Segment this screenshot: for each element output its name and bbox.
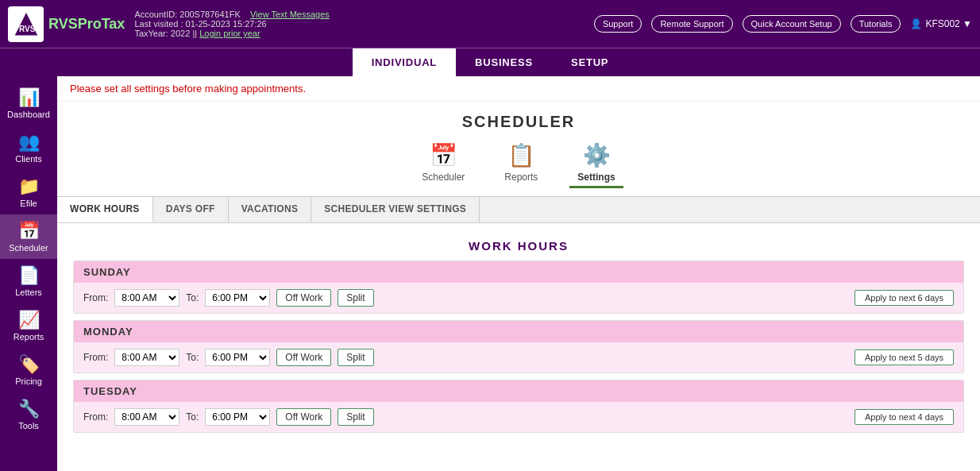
sunday-apply-button[interactable]: Apply to next 6 days bbox=[855, 290, 954, 306]
tax-year-value: 2022 bbox=[171, 29, 190, 38]
monday-from-select[interactable]: 6:00 AM6:30 AM7:00 AM7:30 AM8:00 AM8:30 … bbox=[114, 349, 179, 366]
app-layout: 📊 Dashboard 👥 Clients 📁 Efile 📅 Schedule… bbox=[0, 76, 980, 471]
tax-year-label: TaxYear: bbox=[134, 29, 168, 38]
sidebar-item-letters[interactable]: 📄 Letters bbox=[0, 259, 57, 303]
pricing-icon: 🏷️ bbox=[18, 354, 40, 375]
tuesday-header: TUESDAY bbox=[74, 380, 963, 402]
sunday-from-label: From: bbox=[83, 292, 108, 303]
last-visited-row: Last visited : 01-25-2023 15:27:26 bbox=[134, 19, 584, 29]
tax-year-row: TaxYear: 2022 || Login prior year bbox=[134, 29, 584, 38]
sidebar-label-clients: Clients bbox=[15, 154, 42, 164]
scheduler-tab-label: Scheduler bbox=[422, 172, 465, 183]
account-id-label: AccountID: bbox=[134, 10, 177, 19]
sunday-from-select[interactable]: 6:00 AM6:30 AM7:00 AM7:30 AM8:00 AM8:30 … bbox=[114, 289, 179, 307]
subtab-work-hours[interactable]: WORK HOURS bbox=[57, 197, 153, 222]
reports-tab-label: Reports bbox=[504, 172, 538, 183]
sunday-header: SUNDAY bbox=[74, 261, 963, 283]
work-hours-title: WORK HOURS bbox=[73, 231, 964, 261]
efile-icon: 📁 bbox=[18, 176, 40, 197]
settings-tab-icon: ⚙️ bbox=[583, 142, 611, 168]
sunday-controls: From: 6:00 AM6:30 AM7:00 AM7:30 AM8:00 A… bbox=[74, 283, 963, 313]
sidebar-item-reports[interactable]: 📈 Reports bbox=[0, 303, 57, 348]
dashboard-icon: 📊 bbox=[18, 87, 40, 108]
tutorials-button[interactable]: Tutorials bbox=[851, 15, 901, 33]
monday-controls: From: 6:00 AM6:30 AM7:00 AM7:30 AM8:00 A… bbox=[74, 342, 963, 373]
sidebar-item-dashboard[interactable]: 📊 Dashboard bbox=[0, 81, 57, 125]
scheduler-icon: 📅 bbox=[18, 221, 40, 241]
page-title: SCHEDULER bbox=[57, 102, 980, 139]
tab-settings[interactable]: ⚙️ Settings bbox=[569, 139, 623, 188]
monday-block: MONDAY From: 6:00 AM6:30 AM7:00 AM7:30 A… bbox=[73, 320, 964, 373]
remote-support-button[interactable]: Remote Support bbox=[651, 15, 732, 33]
monday-apply-button[interactable]: Apply to next 5 days bbox=[855, 349, 954, 365]
tuesday-from-label: From: bbox=[83, 411, 108, 423]
letters-icon: 📄 bbox=[18, 265, 40, 286]
tuesday-to-select[interactable]: 6:00 AM6:30 AM7:00 AM7:30 AM8:00 AM8:30 … bbox=[205, 408, 270, 426]
settings-tab-label: Settings bbox=[577, 172, 615, 183]
sidebar-label-tools: Tools bbox=[18, 421, 39, 430]
monday-off-work-button[interactable]: Off Work bbox=[276, 349, 331, 366]
account-id-value: 200S787641FK bbox=[179, 10, 240, 19]
user-label: KFS002 ▼ bbox=[925, 18, 972, 29]
tuesday-controls: From: 6:00 AM6:30 AM7:00 AM7:30 AM8:00 A… bbox=[74, 402, 963, 432]
user-avatar-icon: 👤 bbox=[910, 18, 922, 29]
tab-reports[interactable]: 📋 Reports bbox=[496, 139, 546, 188]
tax-year-sep: || bbox=[192, 29, 199, 38]
logo-text: RVSProTax bbox=[48, 16, 125, 33]
tuesday-split-button[interactable]: Split bbox=[338, 408, 373, 426]
subtab-scheduler-view-settings[interactable]: SCHEDULER VIEW SETTINGS bbox=[311, 197, 480, 222]
sidebar-item-scheduler[interactable]: 📅 Scheduler bbox=[0, 214, 57, 259]
sidebar-label-pricing: Pricing bbox=[15, 376, 42, 386]
nav-setup[interactable]: SETUP bbox=[552, 48, 627, 77]
clients-icon: 👥 bbox=[18, 132, 40, 152]
monday-to-label: To: bbox=[186, 352, 199, 363]
header-top: RVS RVSProTax AccountID: 200S787641FK Vi… bbox=[0, 0, 980, 48]
sidebar-item-pricing[interactable]: 🏷️ Pricing bbox=[0, 348, 57, 392]
sidebar-label-efile: Efile bbox=[20, 199, 37, 208]
reports-icon: 📈 bbox=[18, 310, 40, 330]
logo-tax: Tax bbox=[102, 16, 125, 32]
tuesday-from-select[interactable]: 6:00 AM6:30 AM7:00 AM7:30 AM8:00 AM8:30 … bbox=[114, 408, 179, 426]
alert-bar: Please set all settings before making ap… bbox=[57, 76, 980, 102]
monday-from-label: From: bbox=[83, 352, 108, 363]
login-prior-year-link[interactable]: Login prior year bbox=[199, 29, 260, 38]
tuesday-to-label: To: bbox=[186, 411, 199, 423]
sidebar-item-clients[interactable]: 👥 Clients bbox=[0, 125, 57, 170]
svg-text:RVS: RVS bbox=[19, 25, 36, 33]
sunday-split-button[interactable]: Split bbox=[338, 289, 373, 307]
main-content: Please set all settings before making ap… bbox=[57, 76, 980, 471]
last-visited-label: Last visited bbox=[134, 19, 178, 29]
tab-scheduler[interactable]: 📅 Scheduler bbox=[414, 139, 473, 188]
work-hours-content: WORK HOURS SUNDAY From: 6:00 AM6:30 AM7:… bbox=[57, 223, 980, 447]
full-header: RVS RVSProTax AccountID: 200S787641FK Vi… bbox=[0, 0, 980, 76]
account-id-row: AccountID: 200S787641FK View Text Messag… bbox=[134, 10, 584, 19]
sidebar-label-reports: Reports bbox=[14, 332, 44, 342]
subtab-days-off[interactable]: DAYS OFF bbox=[153, 197, 229, 222]
sidebar-item-efile[interactable]: 📁 Efile bbox=[0, 170, 57, 214]
sidebar: 📊 Dashboard 👥 Clients 📁 Efile 📅 Schedule… bbox=[0, 76, 57, 471]
sidebar-item-tools[interactable]: 🔧 Tools bbox=[0, 392, 57, 437]
nav-individual[interactable]: INDIVIDUAL bbox=[353, 48, 456, 77]
nav-business[interactable]: BUSINESS bbox=[456, 48, 552, 77]
tuesday-off-work-button[interactable]: Off Work bbox=[276, 408, 331, 426]
logo-rvs: RVS bbox=[48, 16, 78, 32]
support-button[interactable]: Support bbox=[594, 15, 642, 33]
subtab-vacations[interactable]: VACATIONS bbox=[229, 197, 312, 222]
main-nav: INDIVIDUAL BUSINESS SETUP bbox=[0, 48, 980, 76]
view-text-messages-link[interactable]: View Text Messages bbox=[250, 10, 330, 19]
sunday-to-label: To: bbox=[186, 292, 199, 303]
sunday-off-work-button[interactable]: Off Work bbox=[276, 289, 331, 307]
monday-to-select[interactable]: 6:00 AM6:30 AM7:00 AM7:30 AM8:00 AM8:30 … bbox=[205, 349, 270, 366]
logo-area: RVS RVSProTax bbox=[8, 6, 125, 42]
reports-tab-icon: 📋 bbox=[507, 142, 535, 168]
logo-icon: RVS bbox=[8, 6, 44, 42]
tuesday-apply-button[interactable]: Apply to next 4 days bbox=[855, 409, 954, 425]
monday-header: MONDAY bbox=[74, 321, 963, 342]
user-info[interactable]: 👤 KFS002 ▼ bbox=[910, 18, 972, 29]
tuesday-block: TUESDAY From: 6:00 AM6:30 AM7:00 AM7:30 … bbox=[73, 380, 964, 433]
account-info: AccountID: 200S787641FK View Text Messag… bbox=[134, 10, 584, 38]
quick-account-setup-button[interactable]: Quick Account Setup bbox=[743, 15, 841, 33]
sunday-to-select[interactable]: 6:00 AM6:30 AM7:00 AM7:30 AM8:00 AM8:30 … bbox=[205, 289, 270, 307]
last-visited-value: : 01-25-2023 15:27:26 bbox=[180, 19, 266, 29]
monday-split-button[interactable]: Split bbox=[338, 349, 373, 366]
